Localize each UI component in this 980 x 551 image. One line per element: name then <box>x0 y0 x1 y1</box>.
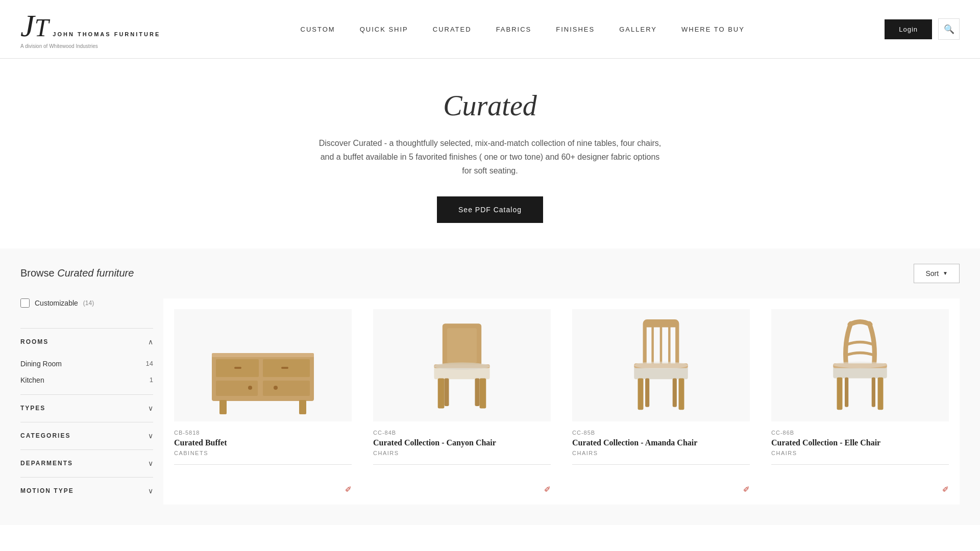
svg-rect-19 <box>475 378 479 406</box>
svg-rect-7 <box>234 367 241 369</box>
motion-type-section-title: MOTION TYPE <box>20 487 74 494</box>
svg-rect-16 <box>438 378 445 408</box>
svg-point-32 <box>634 361 688 369</box>
product-grid: CB-5818 Curated Buffet CABINETS ✏ <box>163 298 960 505</box>
product-category-cc84b: CHAIRS <box>373 450 551 456</box>
dining-room-count: 14 <box>146 360 153 367</box>
motion-type-chevron-icon: ∨ <box>148 487 153 495</box>
edit-icon-cb5818: ✏ <box>342 483 354 495</box>
product-card-cc86b[interactable]: CC-86B Curated Collection - Elle Chair C… <box>761 298 960 505</box>
categories-filter-section: CATEGORIES ∨ <box>20 422 153 449</box>
rooms-filter-section: ROOMS ∧ Dining Room 14 Kitchen 1 <box>20 328 153 394</box>
header-actions: Login 🔍 <box>885 18 960 40</box>
svg-rect-17 <box>480 378 486 408</box>
hero-description: Discover Curated - a thoughtfully select… <box>316 136 664 178</box>
nav-item-custom[interactable]: CUSTOM <box>301 26 335 33</box>
logo-brand-name: JOHN THOMAS FURNITURE <box>53 31 160 37</box>
amanda-chair-svg <box>572 314 750 416</box>
nav-item-gallery[interactable]: GALLERY <box>619 26 657 33</box>
departments-section-header[interactable]: DEPARMENTS ∨ <box>20 450 153 477</box>
canyon-chair-svg <box>373 314 551 416</box>
svg-rect-37 <box>845 377 848 407</box>
nav-item-where-to-buy[interactable]: WHERE TO BUY <box>681 26 745 33</box>
categories-section-header[interactable]: CATEGORIES ∨ <box>20 422 153 449</box>
product-sku-cc84b: CC-84B <box>373 430 551 436</box>
main-layout: Customizable (14) ROOMS ∧ Dining Room 14… <box>20 298 960 505</box>
svg-rect-6 <box>263 381 310 396</box>
kitchen-label[interactable]: Kitchen <box>20 376 44 384</box>
edit-icon-cc84b: ✏ <box>542 483 553 495</box>
product-category-cb5818: CABINETS <box>174 450 352 456</box>
types-section-header[interactable]: TYPES ∨ <box>20 395 153 422</box>
nav-item-fabrics[interactable]: FABRICS <box>496 26 532 33</box>
customizable-label: Customizable <box>35 299 78 307</box>
motion-type-filter-section: MOTION TYPE ∨ <box>20 477 153 505</box>
product-card-cb-5818[interactable]: CB-5818 Curated Buffet CABINETS ✏ <box>163 298 362 505</box>
sort-label: Sort <box>925 269 939 278</box>
svg-point-39 <box>833 361 887 368</box>
categories-chevron-icon: ∨ <box>148 432 153 440</box>
svg-rect-28 <box>638 378 644 410</box>
rooms-section-title: ROOMS <box>20 338 48 345</box>
svg-rect-18 <box>444 378 449 406</box>
login-button[interactable]: Login <box>885 19 932 39</box>
pdf-catalog-button[interactable]: See PDF Catalog <box>437 196 543 223</box>
search-icon: 🔍 <box>944 24 954 35</box>
motion-type-section-header[interactable]: MOTION TYPE ∨ <box>20 478 153 505</box>
product-name-cc86b: Curated Collection - Elle Chair <box>771 438 949 448</box>
product-sku-cb5818: CB-5818 <box>174 430 352 436</box>
edit-icon-cc86b: ✏ <box>940 483 951 495</box>
dining-room-label[interactable]: Dining Room <box>20 360 62 368</box>
rooms-filter-items: Dining Room 14 Kitchen 1 <box>20 356 153 394</box>
product-category-cc85b: CHAIRS <box>572 450 750 456</box>
main-nav: CUSTOM QUICK SHIP CURATED FABRICS FINISH… <box>301 26 745 33</box>
svg-rect-29 <box>679 378 684 410</box>
product-image-amanda-chair <box>572 309 750 421</box>
nav-item-curated[interactable]: CURATED <box>433 26 472 33</box>
logo-area: JT JOHN THOMAS FURNITURE A division of W… <box>20 10 160 49</box>
types-chevron-icon: ∨ <box>148 404 153 413</box>
customizable-checkbox[interactable] <box>20 298 30 308</box>
hero-section: Curated Discover Curated - a thoughtfull… <box>0 59 980 248</box>
browse-header: Browse Curated furniture Sort ▼ <box>20 264 960 283</box>
browse-title-italic: Curated furniture <box>57 267 134 279</box>
svg-rect-30 <box>645 378 649 407</box>
product-sku-cc86b: CC-86B <box>771 430 949 436</box>
departments-chevron-icon: ∨ <box>148 459 153 468</box>
sidebar: Customizable (14) ROOMS ∧ Dining Room 14… <box>20 298 163 505</box>
svg-rect-13 <box>447 328 477 363</box>
svg-point-9 <box>248 386 252 390</box>
svg-rect-25 <box>643 320 678 327</box>
elle-chair-svg <box>771 314 949 416</box>
kitchen-count: 1 <box>150 376 153 384</box>
sort-chevron-icon: ▼ <box>943 270 948 276</box>
product-card-cc84b[interactable]: CC-84B Curated Collection - Canyon Chair… <box>362 298 561 505</box>
search-button[interactable]: 🔍 <box>938 18 960 40</box>
browse-title-plain: Browse <box>20 267 57 279</box>
rooms-section-header[interactable]: ROOMS ∧ <box>20 329 153 356</box>
rooms-chevron-icon: ∧ <box>148 338 153 346</box>
filter-item-dining-room: Dining Room 14 <box>20 356 153 372</box>
nav-item-quick-ship[interactable]: QUICK SHIP <box>360 26 408 33</box>
nav-item-finishes[interactable]: FINISHES <box>556 26 595 33</box>
product-category-cc86b: CHAIRS <box>771 450 949 456</box>
product-image-buffet <box>174 309 352 421</box>
svg-rect-1 <box>219 400 227 414</box>
departments-filter-section: DEPARMENTS ∨ <box>20 449 153 477</box>
edit-icon-cc85b: ✏ <box>741 483 752 495</box>
svg-rect-8 <box>281 367 288 369</box>
svg-rect-11 <box>212 353 314 357</box>
product-image-canyon-chair <box>373 309 551 421</box>
product-divider-cc86b <box>771 464 949 465</box>
product-divider-cc84b <box>373 464 551 465</box>
sort-button[interactable]: Sort ▼ <box>914 264 960 283</box>
departments-section-title: DEPARMENTS <box>20 460 73 467</box>
product-card-cc85b[interactable]: CC-85B Curated Collection - Amanda Chair… <box>561 298 761 505</box>
product-sku-cc85b: CC-85B <box>572 430 750 436</box>
svg-rect-36 <box>878 377 884 410</box>
filter-item-kitchen: Kitchen 1 <box>20 372 153 388</box>
header: JT JOHN THOMAS FURNITURE A division of W… <box>0 0 980 59</box>
product-divider-cc85b <box>572 464 750 465</box>
product-name-cb5818: Curated Buffet <box>174 438 352 448</box>
product-image-elle-chair <box>771 309 949 421</box>
